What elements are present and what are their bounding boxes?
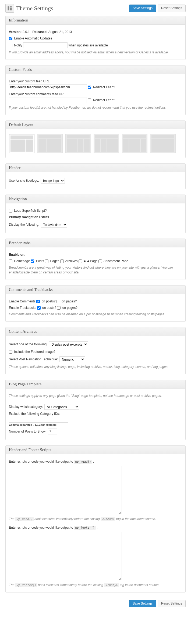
bc-attachment-checkbox[interactable] xyxy=(98,259,102,263)
layout-sidebar-sidebar-content[interactable] xyxy=(94,134,119,153)
box-title: Comments and Trackbacks xyxy=(6,286,185,294)
archives-description: These options will affect any blog listi… xyxy=(9,364,182,369)
bc-posts-checkbox[interactable] xyxy=(31,259,34,263)
reset-button-bottom[interactable]: Reset Settings xyxy=(158,600,186,607)
superfish-checkbox[interactable] xyxy=(9,209,12,213)
box-title: Blog Page Template xyxy=(6,380,185,389)
display-category-select[interactable]: All Categories xyxy=(44,404,79,410)
feed-url-label: Enter your custom feed URL: xyxy=(9,79,182,83)
blog-template-box: Blog Page Template These settings apply … xyxy=(5,380,186,440)
comments-feed-input[interactable] xyxy=(9,97,87,103)
header-box: Header Use for site title/logo: Image lo… xyxy=(5,163,186,189)
bc-homepage-checkbox[interactable] xyxy=(9,259,12,263)
wp-footer-label: Enter scripts or code you would like out… xyxy=(9,525,182,530)
box-title: Default Layout xyxy=(6,121,185,129)
comments-posts-checkbox[interactable] xyxy=(36,300,40,303)
exclude-hint: Comma separated - 1,2,3 for example xyxy=(9,423,182,426)
enable-updates-label: Enable Automatic Updates xyxy=(14,36,52,40)
scripts-box: Header and Footer Scripts Enter scripts … xyxy=(5,445,186,592)
feed-url-input[interactable] xyxy=(9,84,87,90)
feeds-description: If your custom feed(s) are not handled b… xyxy=(9,105,182,110)
custom-feeds-box: Custom Feeds Enter your custom feed URL:… xyxy=(5,65,186,115)
tools-icon xyxy=(5,4,14,13)
archives-select-label: Select one of the following: xyxy=(9,342,47,346)
trackbacks-posts-checkbox[interactable] xyxy=(37,306,41,310)
header-logo-select[interactable]: Image logo xyxy=(41,178,65,184)
navigation-box: Navigation Load Superfish Script? Primar… xyxy=(5,195,186,233)
save-button[interactable]: Save Settings xyxy=(129,5,156,12)
default-layout-box: Default Layout xyxy=(5,120,186,158)
blog-description: These settings apply to any page given t… xyxy=(9,393,182,398)
wp-footer-textarea[interactable] xyxy=(9,532,122,580)
comments-feed-label: Enter your custom comments feed URL: xyxy=(9,92,182,96)
enable-on-label: Enable on: xyxy=(9,253,25,257)
enable-comments-label: Enable Comments xyxy=(9,299,36,303)
posts-show-label: Number of Posts to Show: xyxy=(9,430,46,433)
notify-label: Notify xyxy=(14,43,22,47)
display-category-label: Display which category: xyxy=(9,405,43,409)
featured-image-checkbox[interactable] xyxy=(9,350,12,354)
nav-technique-label: Select Post Navigation Technique: xyxy=(9,357,58,361)
bc-archives-checkbox[interactable] xyxy=(60,259,64,263)
box-title: Information xyxy=(6,16,185,25)
page-title: Theme Settings xyxy=(16,5,129,12)
enable-updates-checkbox[interactable] xyxy=(9,37,12,40)
display-following-label: Display the following: xyxy=(9,223,39,226)
box-title: Content Archives xyxy=(6,327,185,336)
notify-checkbox[interactable] xyxy=(9,44,12,47)
bc-404-checkbox[interactable] xyxy=(79,259,82,263)
layout-sidebar-content[interactable] xyxy=(37,134,63,153)
wp-head-label: Enter scripts or code you would like out… xyxy=(9,459,182,464)
information-box: Information Version: 2.0.1 · Released: A… xyxy=(5,16,186,60)
layout-sidebar-content-sidebar[interactable] xyxy=(122,134,147,153)
redirect-feed-checkbox[interactable] xyxy=(88,86,91,89)
layout-full-width[interactable] xyxy=(150,134,176,153)
redirect-comments-label: Redirect Feed? xyxy=(93,98,115,102)
version-line: Version: 2.0.1 · Released: August 21, 20… xyxy=(9,30,182,34)
notify-email-input[interactable] xyxy=(23,42,68,48)
wp-head-description: The wp_head() hook executes immediately … xyxy=(9,517,182,522)
box-title: Custom Feeds xyxy=(6,65,185,74)
save-button-bottom[interactable]: Save Settings xyxy=(129,600,156,607)
header-logo-label: Use for site title/logo: xyxy=(9,179,39,182)
redirect-feed-label: Redirect Feed? xyxy=(93,85,115,89)
box-title: Navigation xyxy=(6,195,185,203)
content-archives-box: Content Archives Select one of the follo… xyxy=(5,327,186,374)
layout-content-sidebar-sidebar[interactable] xyxy=(65,134,91,153)
trackbacks-pages-checkbox[interactable] xyxy=(57,306,61,310)
nav-technique-select[interactable]: Numeric xyxy=(59,356,85,362)
archives-display-select[interactable]: Display post excerpts xyxy=(49,341,88,347)
display-following-select[interactable]: Today's date xyxy=(41,222,67,228)
box-title: Breadcrumbs xyxy=(6,239,185,247)
box-title: Header and Footer Scripts xyxy=(6,446,185,454)
posts-show-input[interactable] xyxy=(48,429,57,434)
reset-button[interactable]: Reset Settings xyxy=(158,5,186,12)
notify-suffix: when updates are available xyxy=(69,43,108,47)
exclude-ids-label: Exclude the following Category IDs: xyxy=(9,412,182,416)
page-header: Theme Settings Save Settings Reset Setti… xyxy=(5,4,186,13)
superfish-label: Load Superfish Script? xyxy=(14,209,47,213)
wp-footer-description: The wp_footer() hook executes immediatel… xyxy=(9,583,182,588)
breadcrumbs-description: Breadcrumbs are a great way of letting y… xyxy=(9,265,182,275)
exclude-ids-input[interactable] xyxy=(9,417,68,423)
bc-pages-checkbox[interactable] xyxy=(45,259,48,263)
comments-pages-checkbox[interactable] xyxy=(56,300,60,303)
featured-image-label: Include the Featured Image? xyxy=(14,350,55,354)
breadcrumbs-box: Breadcrumbs Enable on: Homepage Posts Pa… xyxy=(5,239,186,280)
nav-extras-heading: Primary Navigation Extras xyxy=(9,215,49,219)
layout-content-sidebar[interactable] xyxy=(9,134,34,153)
comments-trackbacks-box: Comments and Trackbacks Enable Comments … xyxy=(5,285,186,322)
info-description: If you provide an email address above, y… xyxy=(9,50,182,55)
redirect-comments-checkbox[interactable] xyxy=(88,98,91,102)
comments-description: Comments and Trackbacks can also be disa… xyxy=(9,312,182,317)
box-title: Header xyxy=(6,164,185,172)
enable-trackbacks-label: Enable Trackbacks xyxy=(9,306,36,310)
wp-head-textarea[interactable] xyxy=(9,466,122,514)
